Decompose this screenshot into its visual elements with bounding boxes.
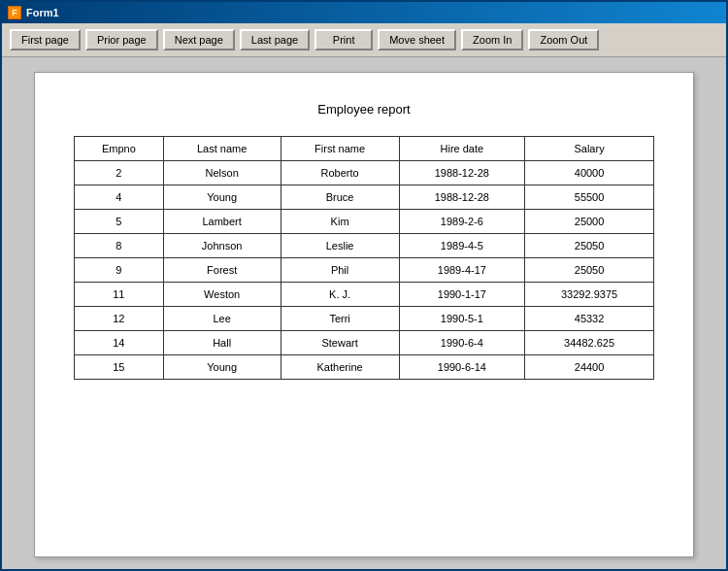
- table-row: 11WestonK. J.1990-1-1733292.9375: [75, 283, 654, 307]
- table-cell-firstname: Phil: [281, 258, 399, 283]
- title-bar: F Form1: [2, 2, 726, 23]
- table-cell-empno: 8: [75, 234, 164, 258]
- zoom-out-button[interactable]: Zoom Out: [528, 29, 599, 50]
- column-header: Empno: [75, 137, 164, 161]
- content-area: Employee report EmpnoLast nameFirst name…: [2, 57, 726, 569]
- table-cell-salary: 25050: [525, 258, 654, 283]
- table-cell-empno: 14: [75, 331, 164, 355]
- table-cell-firstname: K. J.: [281, 283, 399, 307]
- table-cell-empno: 11: [75, 283, 164, 307]
- table-cell-hiredate: 1988-12-28: [399, 185, 525, 210]
- next-page-button[interactable]: Next page: [163, 29, 235, 50]
- employee-table: EmpnoLast nameFirst nameHire dateSalary …: [74, 136, 654, 380]
- column-header: First name: [281, 137, 399, 161]
- table-cell-salary: 33292.9375: [525, 283, 654, 307]
- table-cell-lastname: Forest: [163, 258, 281, 283]
- table-cell-salary: 25000: [525, 210, 654, 234]
- report-title: Employee report: [74, 102, 654, 117]
- table-cell-firstname: Terri: [281, 307, 399, 331]
- move-sheet-button[interactable]: Move sheet: [378, 29, 456, 50]
- table-header-row: EmpnoLast nameFirst nameHire dateSalary: [75, 137, 654, 161]
- table-cell-lastname: Young: [163, 185, 281, 210]
- table-cell-lastname: Weston: [163, 283, 281, 307]
- first-page-button[interactable]: First page: [10, 29, 81, 50]
- table-cell-empno: 5: [75, 210, 164, 234]
- last-page-button[interactable]: Last page: [240, 29, 310, 50]
- table-cell-lastname: Young: [163, 355, 281, 380]
- window-title: Form1: [26, 7, 59, 18]
- table-cell-empno: 4: [75, 185, 164, 210]
- zoom-in-button[interactable]: Zoom In: [461, 29, 523, 50]
- column-header: Last name: [163, 137, 281, 161]
- table-row: 8JohnsonLeslie1989-4-525050: [75, 234, 654, 258]
- table-cell-empno: 2: [75, 161, 164, 185]
- table-cell-firstname: Bruce: [281, 185, 399, 210]
- table-row: 4YoungBruce1988-12-2855500: [75, 185, 654, 210]
- table-cell-firstname: Katherine: [281, 355, 399, 380]
- table-cell-hiredate: 1990-5-1: [399, 307, 525, 331]
- table-cell-salary: 45332: [525, 307, 654, 331]
- table-cell-lastname: Nelson: [163, 161, 281, 185]
- table-cell-lastname: Lambert: [163, 210, 281, 234]
- column-header: Salary: [525, 137, 654, 161]
- app-icon: F: [8, 6, 21, 19]
- table-row: 12LeeTerri1990-5-145332: [75, 307, 654, 331]
- table-row: 14HallStewart1990-6-434482.625: [75, 331, 654, 355]
- table-cell-empno: 15: [75, 355, 164, 380]
- table-cell-firstname: Leslie: [281, 234, 399, 258]
- table-cell-hiredate: 1990-6-4: [399, 331, 525, 355]
- table-cell-firstname: Roberto: [281, 161, 399, 185]
- table-row: 5LambertKim1989-2-625000: [75, 210, 654, 234]
- table-cell-salary: 34482.625: [525, 331, 654, 355]
- table-cell-hiredate: 1989-4-5: [399, 234, 525, 258]
- table-cell-hiredate: 1989-2-6: [399, 210, 525, 234]
- app-window: F Form1 First pagePrior pageNext pageLas…: [0, 0, 728, 571]
- table-row: 2NelsonRoberto1988-12-2840000: [75, 161, 654, 185]
- table-cell-empno: 12: [75, 307, 164, 331]
- table-cell-salary: 40000: [525, 161, 654, 185]
- table-cell-empno: 9: [75, 258, 164, 283]
- table-cell-lastname: Johnson: [163, 234, 281, 258]
- paper: Employee report EmpnoLast nameFirst name…: [34, 72, 694, 557]
- prior-page-button[interactable]: Prior page: [85, 29, 158, 50]
- table-cell-firstname: Stewart: [281, 331, 399, 355]
- table-cell-salary: 55500: [525, 185, 654, 210]
- column-header: Hire date: [399, 137, 525, 161]
- table-cell-hiredate: 1989-4-17: [399, 258, 525, 283]
- table-cell-salary: 24400: [525, 355, 654, 380]
- table-cell-firstname: Kim: [281, 210, 399, 234]
- table-cell-salary: 25050: [525, 234, 654, 258]
- table-row: 9ForestPhil1989-4-1725050: [75, 258, 654, 283]
- toolbar: First pagePrior pageNext pageLast pagePr…: [2, 23, 726, 57]
- table-cell-lastname: Hall: [163, 331, 281, 355]
- table-cell-lastname: Lee: [163, 307, 281, 331]
- table-row: 15YoungKatherine1990-6-1424400: [75, 355, 654, 380]
- table-body: 2NelsonRoberto1988-12-28400004YoungBruce…: [75, 161, 654, 380]
- print-button[interactable]: Print: [314, 29, 373, 50]
- table-cell-hiredate: 1988-12-28: [399, 161, 525, 185]
- table-cell-hiredate: 1990-6-14: [399, 355, 525, 380]
- table-cell-hiredate: 1990-1-17: [399, 283, 525, 307]
